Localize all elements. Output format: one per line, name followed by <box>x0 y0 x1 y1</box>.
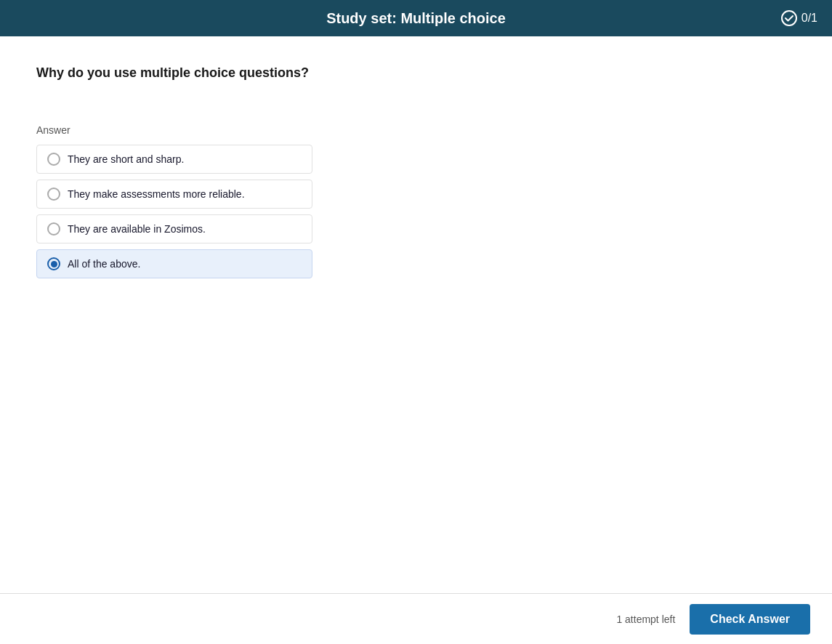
radio-2 <box>47 188 60 201</box>
question-text: Why do you use multiple choice questions… <box>36 65 796 81</box>
option-2-text: They make assessments more reliable. <box>68 188 245 200</box>
option-4[interactable]: All of the above. <box>36 249 312 278</box>
question-area: Why do you use multiple choice questions… <box>0 36 832 593</box>
option-1[interactable]: They are short and sharp. <box>36 145 312 174</box>
radio-3 <box>47 222 60 236</box>
option-1-text: They are short and sharp. <box>68 153 184 165</box>
score-icon <box>781 10 797 26</box>
check-answer-button[interactable]: Check Answer <box>690 604 810 635</box>
radio-1 <box>47 153 60 166</box>
radio-inner-4 <box>51 261 57 267</box>
footer: 1 attempt left Check Answer <box>0 593 832 644</box>
option-2[interactable]: They make assessments more reliable. <box>36 180 312 209</box>
header-title: Study set: Multiple choice <box>326 10 506 27</box>
main-content: Why do you use multiple choice questions… <box>0 36 832 644</box>
radio-4 <box>47 257 60 270</box>
option-4-text: All of the above. <box>68 258 140 270</box>
answer-label: Answer <box>36 124 796 136</box>
header-score: 0/1 <box>781 10 817 26</box>
option-3-text: They are available in Zosimos. <box>68 223 206 235</box>
score-value: 0/1 <box>801 12 817 25</box>
options-list: They are short and sharp. They make asse… <box>36 145 312 278</box>
header: Study set: Multiple choice 0/1 <box>0 0 832 36</box>
option-3[interactable]: They are available in Zosimos. <box>36 214 312 243</box>
attempts-left-text: 1 attempt left <box>616 613 675 625</box>
app-container: Study set: Multiple choice 0/1 Why do yo… <box>0 0 832 644</box>
